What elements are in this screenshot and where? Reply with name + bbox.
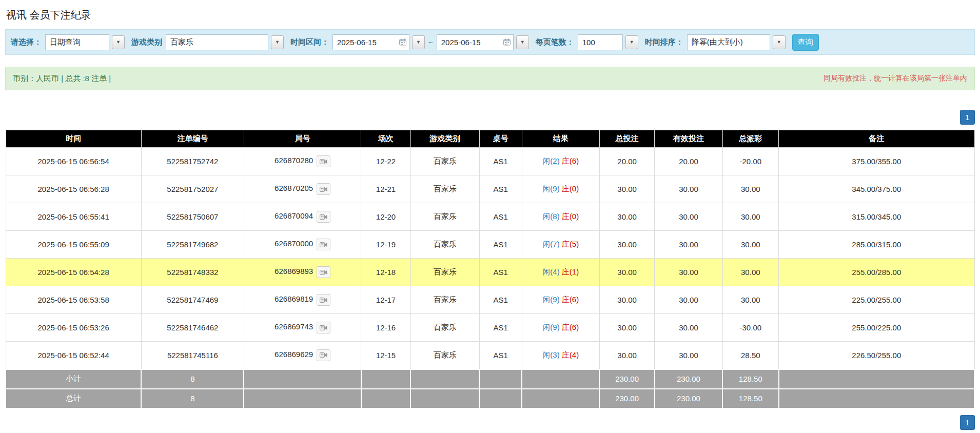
video-icon xyxy=(320,186,327,192)
cell-bet-id: 522581752742 xyxy=(141,148,244,175)
cell-result: 闲(4) 庄(1) xyxy=(522,259,599,286)
column-header: 总投注 xyxy=(599,130,655,148)
game-type-combo: ▼ xyxy=(166,34,284,50)
empty-cell xyxy=(479,369,522,389)
filter-bar: 请选择： ▼ 游戏类别 ▼ 时间区间： ▼ ~ ▼ 每页笔数： xyxy=(5,29,975,55)
page-1-button[interactable]: 1 xyxy=(960,110,975,125)
cell-game-type: 百家乐 xyxy=(410,286,479,314)
cell-total-bet[interactable]: 30.00 xyxy=(599,203,655,231)
replay-video-button[interactable] xyxy=(317,155,330,167)
chevron-down-icon: ▼ xyxy=(777,40,781,45)
cell-round: 626870205 xyxy=(244,175,361,203)
date-to-dropdown-button[interactable]: ▼ xyxy=(516,35,529,49)
cell-total-bet[interactable]: 30.00 xyxy=(599,342,655,369)
cell-total-bet[interactable]: 20.00 xyxy=(599,148,655,175)
cell-session: 12-18 xyxy=(361,259,410,286)
cell-time: 2025-06-15 06:54:28 xyxy=(6,259,141,286)
sort-dropdown-button[interactable]: ▼ xyxy=(773,35,786,49)
date-to-input[interactable] xyxy=(437,34,514,50)
cell-game-type: 百家乐 xyxy=(410,203,479,231)
page-1-button[interactable]: 1 xyxy=(960,415,975,430)
total-valid-bet: 230.00 xyxy=(655,389,722,408)
result-banker: 庄(1) xyxy=(562,267,579,276)
cell-valid-bet: 30.00 xyxy=(655,203,722,231)
cell-table-no: AS1 xyxy=(479,259,522,286)
cell-time: 2025-06-15 06:55:41 xyxy=(6,203,141,231)
summary-bar: 币别：人民币 | 总共 :8 注单 | 同局有效投注，统一计算在该局第一张注单内 xyxy=(5,67,975,90)
date-from-dropdown-button[interactable]: ▼ xyxy=(412,35,425,49)
cell-round: 626869629 xyxy=(244,342,361,369)
round-number: 626870000 xyxy=(275,239,313,248)
replay-video-button[interactable] xyxy=(317,183,330,195)
search-button[interactable]: 查询 xyxy=(792,34,819,51)
chevron-down-icon: ▼ xyxy=(416,40,421,45)
cell-time: 2025-06-15 06:52:44 xyxy=(6,342,141,369)
pagination-bottom: 1 xyxy=(5,415,975,430)
replay-video-button[interactable] xyxy=(317,211,330,223)
round-number: 626870280 xyxy=(275,156,313,165)
cell-session: 12-17 xyxy=(361,286,410,314)
cell-game-type: 百家乐 xyxy=(410,231,479,259)
cell-total-bet[interactable]: 30.00 xyxy=(599,314,655,342)
cell-payout: 30.00 xyxy=(722,175,779,203)
replay-video-button[interactable] xyxy=(317,294,330,306)
cell-payout: 30.00 xyxy=(722,203,779,231)
replay-video-button[interactable] xyxy=(317,239,330,250)
result-banker: 庄(4) xyxy=(562,350,579,359)
cell-session: 12-20 xyxy=(361,203,410,231)
page-size-dropdown-button[interactable]: ▼ xyxy=(625,35,638,49)
result-banker: 庄(0) xyxy=(562,184,579,193)
cell-total-bet[interactable]: 30.00 xyxy=(599,286,655,314)
replay-video-button[interactable] xyxy=(317,322,330,333)
column-header: 备注 xyxy=(779,130,974,148)
empty-cell xyxy=(410,389,479,408)
cell-total-bet[interactable]: 30.00 xyxy=(599,175,655,203)
game-type-dropdown-button[interactable]: ▼ xyxy=(271,35,284,49)
cell-remark: 225.00/255.00 xyxy=(779,286,974,314)
result-banker: 庄(6) xyxy=(562,156,579,165)
table-row: 2025-06-15 06:53:58522581747469626869819… xyxy=(6,286,974,314)
total-label: 总计 xyxy=(6,389,141,408)
result-player: 闲(4) xyxy=(542,267,559,276)
subtotal-payout: 128.50 xyxy=(722,369,779,389)
cell-result: 闲(9) 庄(6) xyxy=(522,286,599,314)
subtotal-row: 小计8230.00230.00128.50 xyxy=(6,369,974,389)
game-type-input[interactable] xyxy=(166,34,268,50)
result-banker: 庄(6) xyxy=(562,323,579,331)
video-icon xyxy=(320,352,327,358)
cell-table-no: AS1 xyxy=(479,286,522,314)
query-type-dropdown-button[interactable]: ▼ xyxy=(112,35,125,49)
cell-round: 626870280 xyxy=(244,148,361,175)
cell-total-bet[interactable]: 30.00 xyxy=(599,259,655,286)
cell-bet-id: 522581748332 xyxy=(141,259,244,286)
subtotal-label: 小计 xyxy=(6,369,141,389)
empty-cell xyxy=(779,389,974,408)
date-to-combo: ▼ xyxy=(437,34,529,50)
summary-currency-count: 币别：人民币 | 总共 :8 注单 | xyxy=(13,74,111,84)
cell-result: 闲(2) 庄(6) xyxy=(522,148,599,175)
round-number: 626869819 xyxy=(275,294,313,303)
cell-valid-bet: 30.00 xyxy=(655,286,722,314)
cell-round: 626869819 xyxy=(244,286,361,314)
sort-input[interactable] xyxy=(687,34,770,50)
video-icon xyxy=(320,269,327,275)
chevron-down-icon: ▼ xyxy=(116,40,121,45)
replay-video-button[interactable] xyxy=(317,349,330,361)
column-header: 局号 xyxy=(244,130,361,148)
query-type-input[interactable] xyxy=(45,34,109,50)
video-icon xyxy=(320,325,327,331)
round-number: 626869629 xyxy=(275,350,313,359)
cell-remark: 315.00/345.00 xyxy=(779,203,974,231)
page-size-input[interactable] xyxy=(578,34,623,50)
summary-note: 同局有效投注，统一计算在该局第一张注单内 xyxy=(824,74,967,83)
cell-game-type: 百家乐 xyxy=(410,314,479,342)
cell-result: 闲(3) 庄(4) xyxy=(522,342,599,369)
video-icon xyxy=(320,297,327,303)
replay-video-button[interactable] xyxy=(317,266,330,278)
date-from-input[interactable] xyxy=(332,34,409,50)
cell-valid-bet: 30.00 xyxy=(655,259,722,286)
cell-total-bet[interactable]: 30.00 xyxy=(599,231,655,259)
result-banker: 庄(5) xyxy=(562,240,579,248)
cell-remark: 375.00/355.00 xyxy=(779,148,974,175)
cell-valid-bet: 30.00 xyxy=(655,314,722,342)
